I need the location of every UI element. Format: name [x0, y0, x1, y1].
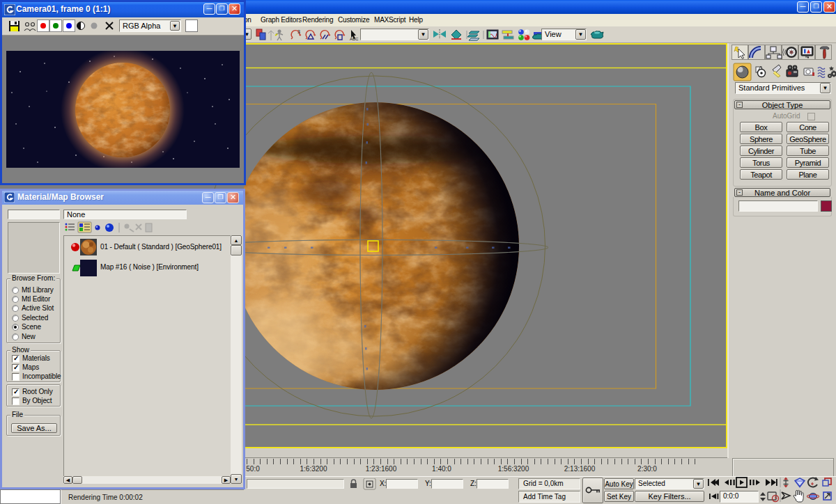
svg-text:ABC: ABC [350, 37, 359, 41]
svg-text:3: 3 [297, 29, 300, 34]
